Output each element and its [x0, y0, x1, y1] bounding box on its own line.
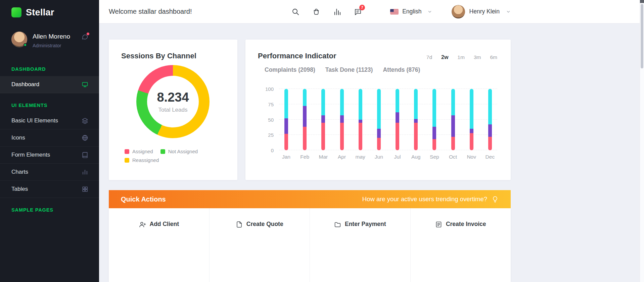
enter-payment-button[interactable]: Enter Payment [310, 208, 410, 282]
legend-attends: Attends (876) [383, 66, 420, 73]
sidebar-item-label: Basic UI Elements [11, 117, 58, 124]
legend-swatch [160, 149, 165, 154]
search-icon[interactable] [291, 8, 300, 16]
brand-logo-icon [11, 7, 21, 17]
layers-icon [82, 117, 88, 124]
brand-logo[interactable]: Stellar [0, 0, 99, 25]
action-label: Create Quote [246, 221, 283, 228]
bar-Mar: Mar [321, 89, 325, 150]
legend-task-done: Task Done (1123) [325, 66, 373, 73]
user-avatar [452, 5, 465, 18]
donut-center: 8.234 Total Leads [136, 65, 210, 138]
stats-icon[interactable] [333, 8, 341, 16]
folder-icon [334, 221, 341, 228]
bar-Dec: Dec [488, 89, 492, 150]
add-client-button[interactable]: Add Client [109, 208, 209, 282]
performance-card-title: Performance Indicator [258, 52, 336, 60]
legend-swatch [125, 149, 129, 154]
page-scrollbar[interactable] [640, 0, 644, 282]
user-name: Henry Klein [469, 8, 500, 15]
perf-filter[interactable]: 7d [426, 54, 432, 60]
create-invoice-button[interactable]: Create Invoice [410, 208, 511, 282]
scrollbar-top-notch [640, 0, 644, 3]
create-quote-button[interactable]: Create Quote [209, 208, 310, 282]
quick-actions-question-wrap: How are your active users trending overt… [362, 195, 499, 203]
bar-may: may [359, 89, 362, 150]
action-label: Create Invoice [446, 221, 486, 228]
bar-Apr: Apr [340, 89, 344, 150]
navbar-controls: 7 English [291, 5, 511, 18]
sessions-card-title: Sessions By Channel [121, 52, 196, 60]
legend-label: Reassigned [132, 157, 159, 163]
sidebar-item-tables[interactable]: Tables [0, 181, 99, 198]
time-range-filters: 7d 2w 1m 3m 6m [426, 54, 497, 60]
nav-section-sample-pages: SAMPLE PAGES [0, 198, 99, 217]
performance-plot: 0255075100 JanFebMarAprmayJunJulAugSepOc… [279, 89, 497, 150]
quick-actions-question: How are your active users trending overt… [362, 195, 487, 203]
nav-section-ui-elements: UI ELEMENTS [0, 93, 99, 112]
bar-Sep: Sep [432, 89, 436, 150]
book-icon [82, 152, 88, 158]
nav-section-dashboard: DASHBOARD [0, 57, 99, 76]
bar-Nov: Nov [470, 89, 473, 150]
bar-Feb: Feb [303, 89, 307, 150]
donut-ring: 8.234 Total Leads [136, 65, 210, 138]
action-label: Add Client [150, 221, 179, 228]
perf-filter[interactable]: 3m [474, 54, 481, 60]
legend-item-assigned: Assigned [125, 149, 153, 154]
user-menu[interactable]: Henry Klein [452, 5, 511, 18]
messages-icon[interactable]: 7 [354, 8, 362, 16]
chat-bubble-icon[interactable] [82, 34, 88, 40]
sidebar-item-basic-ui-elements[interactable]: Basic UI Elements [0, 112, 99, 129]
invoice-icon [435, 221, 442, 228]
bar-Aug: Aug [414, 89, 418, 150]
profile-name: Allen Moreno [33, 32, 70, 41]
sidebar-item-dashboard[interactable]: Dashboard [0, 76, 99, 93]
sidebar-item-icons[interactable]: Icons [0, 129, 99, 147]
language-selector[interactable]: English [390, 8, 432, 15]
bar-chart-icon [82, 169, 88, 175]
bar-Jul: Jul [396, 89, 399, 150]
scrollbar-thumb[interactable] [641, 4, 643, 68]
performance-legend: Complaints (2098) Task Done (1123) Atten… [265, 66, 420, 73]
sidebar-item-label: Icons [11, 134, 25, 141]
online-status-dot [24, 43, 27, 47]
globe-icon [82, 134, 88, 141]
cart-icon[interactable] [312, 8, 320, 16]
performance-bars: JanFebMarAprmayJunJulAugSepOctNovDec [279, 89, 497, 150]
profile-role: Administrator [33, 43, 70, 48]
total-leads-label: Total Leads [158, 107, 188, 113]
bar-Oct: Oct [451, 89, 455, 150]
perf-filter[interactable]: 1m [457, 54, 465, 60]
legend-item-not-assigned: Not Assigned [160, 149, 198, 154]
top-navbar: Welcome stallar dashboard! 7 [99, 0, 644, 23]
lightbulb-icon [492, 196, 499, 203]
sidebar-item-label: Tables [11, 186, 28, 192]
quick-actions-row: Add Client Create Quote Enter Payment Cr… [109, 208, 511, 282]
sidebar-item-charts[interactable]: Charts [0, 164, 99, 181]
perf-filter[interactable]: 2w [441, 54, 448, 60]
legend-swatch [125, 158, 129, 163]
sessions-by-channel-card: Sessions By Channel 8.234 Total Leads As… [109, 40, 237, 180]
legend-item-reassigned: Reassigned [125, 157, 159, 163]
sidebar-item-label: Charts [11, 169, 28, 175]
sidebar-item-label: Dashboard [11, 81, 39, 88]
chevron-down-icon [506, 9, 511, 14]
profile-avatar[interactable] [11, 32, 27, 47]
sidebar-item-form-elements[interactable]: Form Elements [0, 147, 99, 164]
legend-complaints: Complaints (2098) [265, 66, 315, 73]
legend-label: Not Assigned [168, 149, 198, 154]
donut-legend: Assigned Not Assigned Reassigned [125, 149, 219, 163]
chevron-down-icon [427, 9, 432, 14]
bar-Jan: Jan [284, 89, 288, 150]
main-content: Sessions By Channel 8.234 Total Leads As… [99, 23, 644, 282]
sidebar-profile: Allen Moreno Administrator [0, 25, 99, 57]
grid-icon [82, 186, 88, 192]
quick-actions-header: Quick Actions How are your active users … [109, 190, 511, 208]
monitor-icon [82, 81, 88, 88]
quick-actions-title: Quick Actions [121, 195, 166, 203]
us-flag-icon [390, 9, 399, 14]
perf-filter[interactable]: 6m [490, 54, 497, 60]
sidebar: Stellar Allen Moreno Administrator DASHB… [0, 0, 99, 282]
legend-label: Assigned [132, 149, 153, 154]
